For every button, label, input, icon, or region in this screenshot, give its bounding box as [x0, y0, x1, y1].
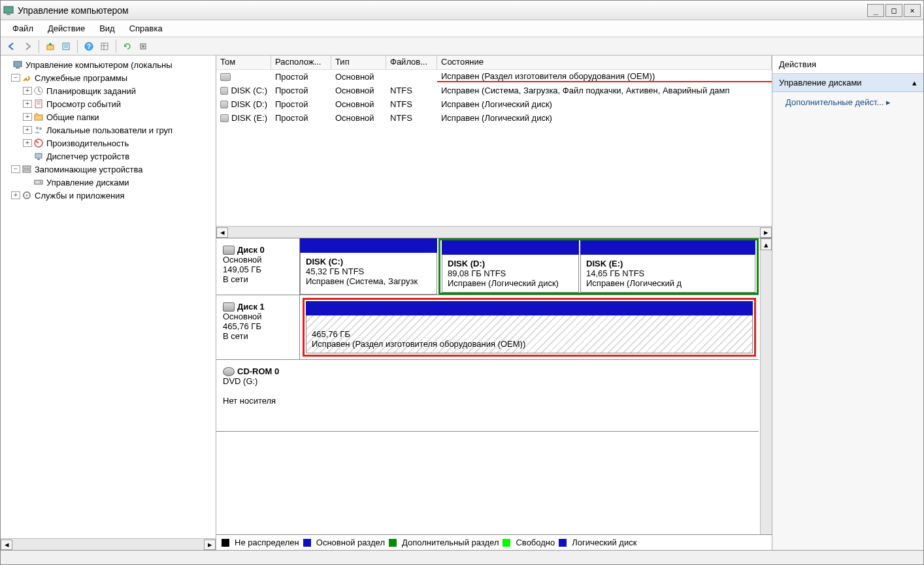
cd-label: CD-ROM 0 DVD (G:) Нет носителя [216, 360, 300, 431]
help-icon[interactable]: ? [82, 39, 96, 54]
volume-layout: Простой [271, 72, 331, 82]
svg-point-30 [26, 195, 28, 197]
menu-help[interactable]: Справка [123, 22, 169, 35]
tree-storage-label: Запоминающие устройства [35, 165, 142, 174]
device-icon [33, 151, 44, 161]
close-button[interactable]: ✕ [904, 4, 921, 17]
partition-d-size: 89,08 ГБ NTFS [448, 268, 506, 278]
svg-rect-3 [63, 43, 69, 50]
volume-icon [220, 101, 228, 108]
tree-localusers[interactable]: + Локальные пользователи и груп [2, 123, 214, 137]
partition-d[interactable]: DISK (D:) 89,08 ГБ NTFS Исправен (Логиче… [442, 240, 579, 293]
tree-services[interactable]: + Службы и приложения [2, 189, 214, 202]
statusbar [1, 550, 923, 564]
minimize-button[interactable]: _ [867, 4, 884, 17]
volume-row[interactable]: DISK (E:)ПростойОсновнойNTFSИсправен (Ло… [216, 111, 772, 125]
menu-file[interactable]: Файл [6, 22, 40, 35]
tree-utilities[interactable]: − Служебные программы [2, 71, 214, 84]
volume-hscroll[interactable]: ◂ ▸ [216, 226, 772, 238]
expander-icon[interactable]: + [23, 126, 32, 134]
volume-type: Основной [331, 99, 386, 109]
expander-icon[interactable]: − [11, 165, 20, 173]
partition-e[interactable]: DISK (E:) 14,65 ГБ NTFS Исправен (Логиче… [580, 240, 755, 293]
volume-row[interactable]: DISK (D:)ПростойОсновнойNTFSИсправен (Ло… [216, 97, 772, 111]
menu-view[interactable]: Вид [93, 22, 122, 35]
tree-root[interactable]: Управление компьютером (локальны [2, 58, 214, 71]
partition-oem[interactable]: 465,76 ГБ Исправен (Раздел изготовителя … [306, 301, 753, 353]
refresh-icon[interactable] [120, 39, 135, 54]
storage-icon [22, 164, 32, 174]
cd-type: DVD (G:) [223, 376, 295, 386]
disk-vscroll[interactable]: ▴ [760, 238, 772, 534]
scroll-right-icon[interactable]: ▸ [204, 540, 216, 550]
titlebar: Управление компьютером _ □ ✕ [1, 1, 923, 20]
forward-button[interactable] [20, 39, 35, 54]
col-layout[interactable]: Располож... [271, 56, 331, 69]
actions-section-label: Управление дисками [779, 78, 862, 88]
partition-c-size: 45,32 ГБ NTFS [306, 266, 364, 276]
scroll-up-icon[interactable]: ▴ [761, 238, 772, 250]
tree-root-label: Управление компьютером (локальны [25, 60, 173, 70]
col-status[interactable]: Состояние [437, 56, 772, 69]
disk-row-1[interactable]: Диск 1 Основной 465,76 ГБ В сети 465,76 … [216, 295, 759, 360]
hdd-icon [223, 246, 235, 255]
tree-hscroll[interactable]: ◂ ▸ [1, 538, 216, 550]
expander-icon[interactable]: + [23, 113, 32, 121]
col-volume[interactable]: Том [216, 56, 271, 69]
col-fs[interactable]: Файлов... [386, 56, 437, 69]
disk-1-name: Диск 1 [237, 302, 265, 312]
volume-row[interactable]: ПростойОсновнойИсправен (Раздел изготови… [216, 70, 772, 84]
disk-0-label: Диск 0 Основной 149,05 ГБ В сети [216, 238, 300, 295]
legend: Не распределен Основной раздел Дополните… [216, 534, 772, 550]
clock-icon [33, 86, 44, 96]
actions-header: Действия [772, 56, 923, 74]
expander-icon[interactable]: + [11, 191, 20, 199]
toolbar: ? [1, 37, 923, 56]
scroll-left-icon[interactable]: ◂ [216, 227, 228, 238]
disk-1-size: 465,76 ГБ [223, 321, 294, 331]
expander-icon[interactable]: − [11, 74, 20, 82]
actions-section[interactable]: Управление дисками ▴ [772, 74, 923, 92]
partition-c[interactable]: DISK (C:) 45,32 ГБ NTFS Исправен (Систем… [300, 238, 437, 295]
disk-row-0[interactable]: Диск 0 Основной 149,05 ГБ В сети DISK (C… [216, 238, 759, 295]
volume-list-header: Том Располож... Тип Файлов... Состояние [216, 56, 772, 70]
tree-sharedfolders[interactable]: + Общие папки [2, 110, 214, 123]
expander-icon[interactable]: + [23, 100, 32, 108]
svg-point-21 [39, 127, 42, 130]
expander-icon[interactable]: + [23, 139, 32, 147]
volume-status: Исправен (Раздел изготовителя оборудован… [437, 71, 772, 82]
volume-icon [220, 114, 229, 122]
disk-row-cd[interactable]: CD-ROM 0 DVD (G:) Нет носителя [216, 360, 759, 432]
volume-row[interactable]: DISK (C:)ПростойОсновнойNTFSИсправен (Си… [216, 84, 772, 97]
tree-scheduler[interactable]: + Планировщик заданий [2, 84, 214, 97]
tree-storage[interactable]: − Запоминающие устройства [2, 163, 214, 176]
scroll-right-icon[interactable]: ▸ [760, 227, 772, 238]
back-button[interactable] [5, 39, 19, 54]
col-type[interactable]: Тип [331, 56, 386, 69]
partition-e-title: DISK (E:) [586, 259, 623, 268]
legend-extended: Дополнительный раздел [402, 538, 499, 547]
actions-more-label: Дополнительные дейст... [785, 97, 883, 107]
scroll-left-icon[interactable]: ◂ [1, 540, 12, 550]
svg-rect-8 [101, 43, 108, 50]
svg-rect-2 [47, 45, 54, 50]
tree-devicemgr[interactable]: Диспетчер устройств [2, 150, 214, 163]
volume-type: Основной [331, 86, 386, 95]
maximize-button[interactable]: □ [885, 4, 902, 17]
properties-icon[interactable] [59, 39, 73, 54]
volume-fs: NTFS [386, 113, 437, 123]
tree-performance[interactable]: + Производительность [2, 137, 214, 150]
actions-more[interactable]: Дополнительные дейст... ▸ [772, 92, 923, 112]
menu-action[interactable]: Действие [41, 22, 91, 35]
settings-icon[interactable] [136, 39, 150, 54]
performance-icon [33, 138, 44, 148]
view-list-icon[interactable] [97, 39, 112, 54]
menubar: Файл Действие Вид Справка [1, 20, 923, 37]
tree-eventviewer[interactable]: + Просмотр событий [2, 97, 214, 110]
disk-0-size: 149,05 ГБ [223, 265, 294, 274]
up-icon[interactable] [43, 39, 58, 54]
services-icon [22, 190, 32, 201]
expander-icon[interactable]: + [23, 87, 32, 95]
tree-diskmgmt[interactable]: Управление дисками [2, 176, 214, 189]
actions-pane: Действия Управление дисками ▴ Дополнител… [772, 56, 923, 550]
